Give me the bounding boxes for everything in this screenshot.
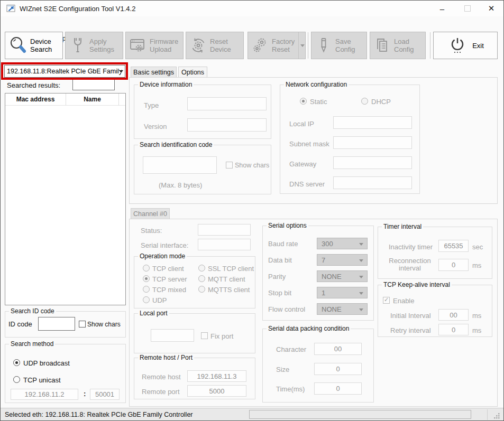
operation-mode-title: Operation mode [138, 252, 187, 260]
statusbar-separator [487, 409, 488, 420]
flow-control-value: NONE [322, 305, 342, 313]
parity-dropdown: NONE [317, 270, 368, 282]
remote-host-port-title: Remote host / Port [138, 354, 194, 361]
udp-broadcast-radio[interactable] [13, 359, 20, 366]
device-table[interactable]: Mac address Name [5, 93, 126, 305]
close-button[interactable]: ✕ [482, 3, 500, 14]
wrench-icon [69, 36, 87, 55]
power-icon [448, 35, 467, 55]
fix-port-checkbox [201, 332, 208, 339]
serial-interface-input [198, 239, 251, 250]
keepalive-enable-checkbox [383, 297, 390, 304]
save-config-label: Save Config [335, 38, 364, 53]
reset-device-button[interactable]: Reset Device [186, 32, 244, 59]
device-table-header: Mac address Name [5, 93, 125, 106]
device-search-button[interactable]: Device Search [5, 32, 63, 59]
tab-options[interactable]: Options [178, 67, 207, 78]
network-adapter-select[interactable]: 192.168.11.8:Realtek PCIe GbE Family [4, 65, 125, 78]
firmware-window-gear-icon [129, 36, 147, 55]
keepalive-title: TCP Keep-alive interval [382, 281, 452, 288]
show-chars-label: Show chars [87, 321, 121, 328]
tcp-unicast-radio[interactable] [13, 376, 20, 383]
keepalive-group: TCP Keep-alive interval Enable Initial I… [378, 285, 492, 337]
maximize-button[interactable] [459, 3, 476, 14]
local-port-input [151, 329, 194, 342]
save-config-button[interactable]: Save Config [311, 32, 367, 59]
minimize-button[interactable]: – [433, 3, 451, 14]
size-label: Size [276, 366, 289, 373]
mqtt-client-label: MQTT client [208, 275, 245, 283]
factory-reset-dropdown[interactable] [298, 32, 306, 59]
maximize-icon [464, 5, 471, 12]
dns-server-label: DNS server [289, 180, 325, 188]
apply-settings-button[interactable]: Apply Settings [65, 32, 123, 59]
factory-reset-button[interactable]: Factory Reset [248, 32, 306, 59]
retry-interval-input: 0 [438, 324, 469, 335]
mqtts-client-radio [198, 286, 205, 293]
reconnection-interval-input: 0 [438, 259, 469, 271]
chevron-down-icon [119, 70, 123, 73]
unicast-port-input: 50001 [90, 389, 120, 400]
network-configuration-group: Network configuration Static DHCP Local … [280, 85, 420, 194]
udp-broadcast-label[interactable]: UDP broadcast [23, 359, 70, 367]
pencil-icon [315, 36, 333, 55]
max-bytes-hint: (Max. 8 bytes) [159, 181, 202, 189]
timer-interval-group: Timer interval Inactivity timer 65535 se… [378, 227, 492, 279]
tcp-server-radio [143, 275, 150, 282]
fix-port-label: Fix port [210, 332, 233, 340]
double-gear-icon [251, 36, 269, 55]
show-chars-checkbox[interactable] [79, 321, 86, 328]
local-ip-input [333, 116, 412, 129]
column-mac-address[interactable]: Mac address [5, 93, 66, 105]
subnet-mask-input [333, 136, 412, 149]
static-radio [300, 98, 307, 105]
resize-grip[interactable] [494, 413, 500, 419]
local-port-title: Local port [138, 310, 169, 317]
inactivity-timer-input: 65535 [438, 240, 469, 252]
remote-port-input: 5000 [187, 385, 246, 397]
version-input [187, 118, 267, 132]
character-label: Character [276, 345, 306, 353]
stop-bit-label: Stop bit [268, 289, 291, 297]
tab-channel-0[interactable]: Channel #0 [131, 208, 170, 219]
search-method-group: Search method UDP broadcast TCP unicast … [5, 344, 126, 403]
app-window: WIZnet S2E Configuration Tool V1.4.2 – ✕… [0, 0, 504, 421]
ip-port-separator: : [84, 390, 86, 398]
time-ms-label: Time(ms) [276, 385, 305, 393]
size-input: 0 [314, 363, 362, 375]
retry-interval-unit: ms [472, 326, 481, 334]
serial-options-group: Serial options Baud rate 300 Data bit 7 … [262, 226, 374, 321]
remote-port-label: Remote port [142, 388, 180, 396]
identification-code-input [143, 156, 217, 174]
tab-basic-settings[interactable]: Basic settings [131, 67, 177, 78]
search-method-title: Search method [9, 340, 55, 348]
udp-radio [143, 296, 150, 303]
firmware-upload-button[interactable]: Firmware Upload [125, 32, 184, 59]
searched-results-value[interactable] [72, 78, 115, 90]
gateway-label: Gateway [289, 160, 316, 168]
parity-label: Parity [268, 273, 286, 280]
tcp-mixed-label: TCP mixed [152, 286, 186, 294]
mqtts-client-label: MQTTS client [208, 286, 250, 294]
show-chars-label: Show chars [235, 162, 269, 169]
id-code-input[interactable] [38, 317, 75, 331]
type-input [187, 97, 267, 110]
device-search-label: Device Search [30, 38, 60, 53]
load-config-button[interactable]: Load Config [370, 32, 426, 59]
tcp-client-radio [143, 265, 150, 272]
exit-button[interactable]: Exit [433, 32, 498, 59]
baud-rate-dropdown: 300 [317, 238, 368, 249]
search-id-code-title: Search ID code [9, 307, 56, 315]
remote-host-label: Remote host [142, 373, 181, 381]
factory-reset-label: Factory Reset [272, 38, 297, 53]
serial-interface-label: Serial interface: [141, 241, 188, 249]
device-information-title: Device information [138, 81, 194, 88]
chevron-down-icon [359, 292, 363, 295]
subnet-mask-label: Subnet mask [289, 140, 329, 148]
toolbar-separator [430, 32, 430, 59]
initial-interval-label: Initial Interval [390, 312, 431, 320]
tcp-unicast-label[interactable]: TCP unicast [23, 376, 61, 384]
packing-condition-group: Serial data packing condition Character … [262, 329, 374, 403]
column-name[interactable]: Name [66, 93, 119, 105]
status-input [198, 224, 251, 236]
